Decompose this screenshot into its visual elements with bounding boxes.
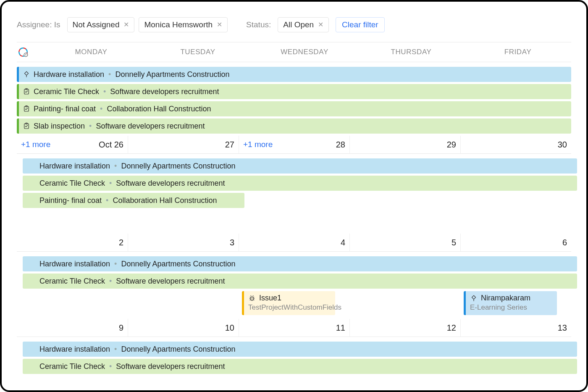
task-icon (23, 88, 30, 95)
separator-dot: • (88, 122, 92, 131)
date-number: 28 (336, 140, 345, 150)
calendar-date-cell[interactable]: 4 (239, 234, 349, 251)
close-icon[interactable]: ✕ (217, 21, 222, 28)
calendar-date-cell[interactable]: 27 (128, 136, 239, 153)
close-icon[interactable]: ✕ (123, 21, 129, 28)
calendar-event-card[interactable]: NirampakaramE-Learning Series (464, 291, 557, 315)
milestone-icon (470, 295, 478, 302)
event-title: Painting- final coat (34, 105, 96, 113)
calendar-date-cell[interactable]: +1 moreOct 26 (17, 136, 128, 153)
task-icon (23, 105, 30, 113)
calendar-event-bar[interactable]: Ceramic Tile Check•Software developers r… (23, 176, 577, 191)
calendar-event-bar[interactable]: Hardware installation•Donnelly Apartment… (23, 256, 577, 271)
separator-dot: • (102, 87, 107, 96)
separator-dot: • (108, 362, 113, 371)
separator-dot: • (99, 105, 103, 113)
loading-gear-icon (18, 47, 29, 58)
assignee-chip[interactable]: Not Assigned✕ (67, 17, 135, 32)
calendar-date-cell[interactable]: 13 (460, 319, 571, 337)
event-project: Software developers recruitment (116, 362, 225, 371)
accent-stripe (17, 101, 19, 116)
assignee-chip-label: Not Assigned (73, 20, 120, 29)
event-title: Hardware installation (34, 70, 104, 79)
event-title: Ceramic Tile Check (39, 362, 105, 371)
event-project: Donnelly Apartments Construction (121, 345, 235, 354)
assignee-chip-label: Monica Hemsworth (144, 20, 213, 29)
day-header: THURSDAY (358, 48, 465, 56)
day-header: FRIDAY (465, 48, 571, 56)
date-number: 29 (447, 140, 456, 150)
card-title: Nirampakaram (481, 294, 530, 303)
clear-filter-button[interactable]: Clear filter (336, 17, 385, 32)
separator-dot: • (113, 162, 118, 171)
card-title: Issue1 (259, 294, 281, 303)
event-project: Software developers recruitment (96, 122, 205, 131)
calendar-event-card[interactable]: Issue1TestProjectWithCustomFields (242, 291, 335, 315)
milestone-icon (23, 71, 30, 78)
date-number: 11 (336, 323, 345, 333)
calendar-date-cell[interactable]: 2 (17, 234, 128, 251)
event-project: Donnelly Apartments Construction (121, 162, 235, 171)
event-title: Slab inspection (34, 122, 85, 131)
calendar-event-bar[interactable]: Slab inspection•Software developers recr… (17, 118, 571, 134)
calendar-date-cell[interactable]: 30 (460, 136, 571, 153)
calendar-date-cell[interactable]: 3 (128, 234, 239, 251)
calendar-event-bar[interactable]: Hardware installation•Donnelly Apartment… (23, 158, 577, 174)
separator-dot: • (108, 70, 112, 79)
assignee-chip[interactable]: Monica Hemsworth✕ (139, 17, 228, 32)
accent-stripe (17, 84, 19, 99)
calendar-event-bar[interactable]: Ceramic Tile Check•Software developers r… (17, 84, 571, 99)
calendar-date-cell[interactable]: 6 (460, 234, 571, 251)
event-project: Software developers recruitment (116, 277, 225, 286)
date-number: 3 (230, 238, 234, 247)
event-project: Collaboration Hall Construction (113, 196, 217, 205)
calendar-event-bar[interactable]: Painting- final coat•Collaboration Hall … (17, 101, 571, 116)
calendar-date-cell[interactable]: 11 (239, 319, 349, 337)
status-filter-label: Status: (246, 20, 271, 29)
filter-bar: Assignee: Is Not Assigned✕Monica Hemswor… (17, 13, 571, 36)
separator-dot: • (113, 260, 118, 268)
more-events-link[interactable]: +1 more (243, 140, 273, 149)
calendar-date-cell[interactable]: 10 (128, 319, 239, 337)
status-chip[interactable]: All Open ✕ (278, 17, 329, 32)
calendar-date-cell[interactable]: 9 (17, 319, 128, 337)
date-number: 6 (562, 238, 567, 247)
day-header: MONDAY (38, 48, 144, 56)
date-number: 27 (225, 140, 234, 150)
calendar-date-cell[interactable]: 12 (349, 319, 460, 337)
calendar-header: MONDAY TUESDAY WEDNESDAY THURSDAY FRIDAY (17, 42, 571, 62)
separator-dot: • (108, 277, 113, 286)
date-number: 4 (341, 238, 345, 247)
calendar-event-bar[interactable]: Ceramic Tile Check•Software developers r… (23, 359, 577, 374)
calendar-date-cell[interactable]: +1 more28 (239, 136, 349, 153)
calendar-event-bar[interactable]: Painting- final coat•Collaboration Hall … (23, 193, 244, 208)
date-number: 5 (452, 238, 456, 247)
event-project: Donnelly Apartments Construction (121, 260, 235, 268)
assignee-filter-label: Assignee: Is (17, 20, 60, 29)
date-number: Oct 26 (99, 140, 123, 150)
calendar-date-cell[interactable]: 5 (349, 234, 460, 251)
task-icon (23, 122, 30, 130)
separator-dot: • (108, 179, 113, 188)
bug-icon (248, 295, 256, 302)
event-title: Painting- final coat (39, 196, 102, 205)
calendar-event-bar[interactable]: Ceramic Tile Check•Software developers r… (23, 274, 577, 289)
close-icon[interactable]: ✕ (318, 21, 323, 28)
calendar-settings-button[interactable] (17, 47, 38, 58)
calendar-event-bar[interactable]: Hardware installation•Donnelly Apartment… (23, 342, 577, 357)
calendar-event-bar[interactable]: Hardware installation•Donnelly Apartment… (17, 67, 571, 82)
event-title: Hardware installation (39, 345, 110, 354)
event-project: Collaboration Hall Construction (107, 105, 211, 113)
separator-dot: • (105, 196, 109, 205)
event-title: Ceramic Tile Check (39, 179, 105, 188)
calendar-body: Hardware installation•Donnelly Apartment… (17, 62, 571, 374)
date-number: 30 (558, 140, 567, 150)
more-events-link[interactable]: +1 more (21, 140, 50, 149)
event-project: Software developers recruitment (110, 87, 219, 96)
day-header: WEDNESDAY (251, 48, 358, 56)
calendar-date-cell[interactable]: 29 (349, 136, 460, 153)
event-title: Hardware installation (39, 260, 110, 268)
accent-stripe (17, 67, 19, 82)
event-project: Donnelly Apartments Construction (115, 70, 229, 79)
event-title: Ceramic Tile Check (34, 87, 99, 96)
